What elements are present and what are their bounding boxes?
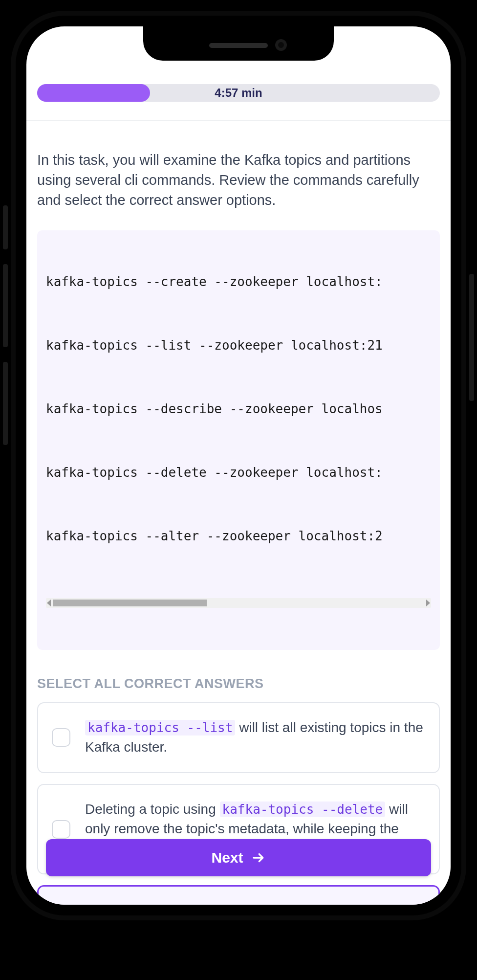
- phone-frame: 4:57 min In this task, you will examine …: [11, 11, 466, 920]
- answer-option-3[interactable]: Increasing the number of partitions for …: [37, 885, 440, 905]
- answer-option-1[interactable]: kafka-topics --list will list all existi…: [37, 702, 440, 773]
- code-line: kafka-topics --create --zookeeper localh…: [46, 274, 431, 289]
- checkbox[interactable]: [52, 728, 70, 747]
- next-button[interactable]: Next: [46, 839, 431, 876]
- scroll-left-arrow-icon[interactable]: [47, 600, 51, 606]
- progress-fill: [37, 84, 150, 102]
- screen: 4:57 min In this task, you will examine …: [26, 26, 451, 905]
- code-block[interactable]: kafka-topics --create --zookeeper localh…: [37, 230, 440, 650]
- answer-pre: Increasing the number of partitions for …: [86, 903, 397, 905]
- arrow-right-icon: [251, 850, 266, 865]
- answers-header: SELECT ALL CORRECT ANSWERS: [37, 676, 440, 691]
- phone-bezel: 4:57 min In this task, you will examine …: [16, 16, 461, 915]
- inline-code: kafka-topics --list: [85, 720, 235, 735]
- next-button-label: Next: [211, 849, 243, 866]
- scroll-right-arrow-icon[interactable]: [426, 600, 430, 606]
- speaker-grille: [209, 43, 268, 48]
- code-line: kafka-topics --delete --zookeeper localh…: [46, 465, 431, 480]
- horizontal-scrollbar[interactable]: [46, 598, 431, 608]
- inline-code: kafka-topics --delete: [220, 802, 386, 817]
- code-line: kafka-topics --list --zookeeper localhos…: [46, 338, 431, 353]
- scroll-thumb[interactable]: [53, 600, 207, 606]
- front-camera: [275, 39, 287, 51]
- timer-label: 4:57 min: [215, 86, 262, 100]
- code-line: kafka-topics --alter --zookeeper localho…: [46, 529, 431, 543]
- answer-text: kafka-topics --list will list all existi…: [85, 718, 425, 757]
- code-line: kafka-topics --describe --zookeeper loca…: [46, 401, 431, 416]
- task-description: In this task, you will examine the Kafka…: [37, 150, 440, 211]
- progress-bar: 4:57 min: [37, 84, 440, 102]
- notch: [143, 26, 334, 61]
- answer-pre: Deleting a topic using: [85, 802, 220, 817]
- checkbox[interactable]: [52, 820, 70, 839]
- answer-text: Increasing the number of partitions for …: [86, 901, 425, 905]
- app-content: 4:57 min In this task, you will examine …: [26, 26, 451, 905]
